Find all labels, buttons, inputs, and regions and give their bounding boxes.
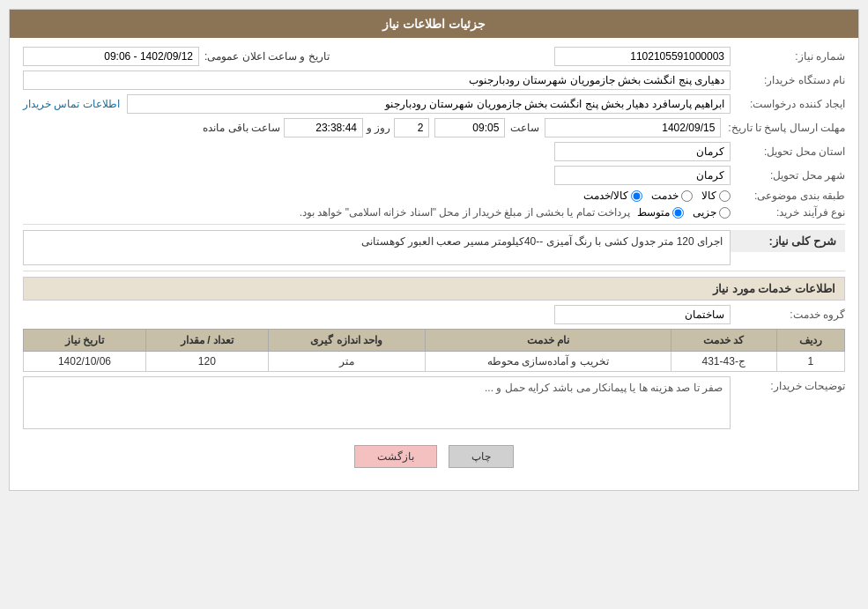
- category-radio-goods[interactable]: [719, 190, 731, 202]
- process-radio-group: جزیی متوسط: [637, 206, 731, 219]
- cell-code: ج-43-431: [671, 352, 776, 372]
- col-row-num: ردیف: [776, 330, 844, 352]
- deadline-row: مهلت ارسال پاسخ تا تاریخ: 1402/09/15 ساع…: [23, 118, 845, 137]
- process-description: پرداخت تمام یا بخشی از مبلغ خریدار از مح…: [300, 206, 630, 219]
- province-label: استان محل تحویل:: [731, 145, 845, 158]
- buyer-org-value: دهیاری پنج انگشت بخش جازموریان شهرستان ر…: [23, 71, 731, 90]
- button-row: چاپ بازگشت: [23, 436, 845, 481]
- services-table: ردیف کد خدمت نام خدمت واحد اندازه گیری ت…: [23, 329, 845, 372]
- process-label: نوع فرآیند خرید:: [731, 206, 845, 219]
- category-option-both: کالا/خدمت: [583, 189, 642, 202]
- category-option-goods: کالا: [701, 189, 731, 202]
- buyer-org-row: نام دستگاه خریدار: دهیاری پنج انگشت بخش …: [23, 71, 845, 90]
- requester-link[interactable]: اطلاعات تماس خریدار: [23, 98, 120, 110]
- category-radio-service[interactable]: [681, 190, 693, 202]
- category-radio-both[interactable]: [631, 190, 642, 202]
- service-group-value: ساختمان: [554, 305, 731, 324]
- col-date: تاریخ نیاز: [24, 330, 146, 352]
- col-service-code: کد خدمت: [671, 330, 776, 352]
- requester-value: ابراهیم پارسافرد دهیار بخش پنج انگشت بخش…: [127, 94, 731, 114]
- cell-unit: متر: [268, 352, 425, 372]
- announcement-value: 1402/09/12 - 09:06: [23, 47, 199, 66]
- category-label: طبقه بندی موضوعی:: [731, 189, 845, 202]
- cell-date: 1402/10/06: [24, 352, 146, 372]
- remaining-label: ساعت باقی مانده: [203, 122, 280, 134]
- table-row: 1ج-43-431تخریب و آماده‌سازی محوطهمتر1201…: [24, 352, 845, 372]
- time-label: ساعت: [510, 122, 539, 134]
- deadline-label: مهلت ارسال پاسخ تا تاریخ:: [721, 122, 845, 134]
- page-container: جزئیات اطلاعات نیاز شماره نیاز: 11021055…: [9, 9, 859, 491]
- buyer-desc-label: توضیحات خریدار:: [731, 376, 845, 392]
- province-row: استان محل تحویل: کرمان: [23, 142, 845, 161]
- deadline-remaining-value: 23:38:44: [284, 118, 363, 137]
- service-group-row: گروه خدمت: ساختمان: [23, 305, 845, 324]
- cell-quantity: 120: [145, 352, 268, 372]
- col-service-name: نام خدمت: [425, 330, 671, 352]
- process-option-medium: متوسط: [637, 206, 684, 219]
- need-number-value: 1102105591000003: [554, 47, 731, 66]
- page-title: جزئیات اطلاعات نیاز: [10, 10, 858, 38]
- category-option-both-label: کالا/خدمت: [583, 189, 628, 202]
- process-radio-medium[interactable]: [672, 207, 684, 219]
- buyer-desc-row: توضیحات خریدار: صفر تا صد هزینه ها یا پی…: [23, 376, 845, 429]
- divider-2: [23, 271, 845, 271]
- deadline-time-value: 09:05: [434, 118, 505, 137]
- process-option-partial: جزیی: [693, 206, 731, 219]
- category-option-service-label: خدمت: [651, 189, 679, 202]
- cell-row: 1: [776, 352, 844, 372]
- city-label: شهر محل تحویل:: [731, 169, 845, 182]
- col-quantity: تعداد / مقدار: [145, 330, 268, 352]
- category-option-service: خدمت: [651, 189, 693, 202]
- process-radio-partial[interactable]: [719, 207, 731, 219]
- category-row: طبقه بندی موضوعی: کالا خدمت کالا/خدمت: [23, 189, 845, 202]
- category-radio-group: کالا خدمت کالا/خدمت: [583, 189, 731, 202]
- process-row: نوع فرآیند خرید: جزیی متوسط پرداخت تمام …: [23, 206, 845, 219]
- requester-label: ایجاد کننده درخواست:: [731, 98, 845, 110]
- process-medium-label: متوسط: [637, 206, 670, 219]
- deadline-days-value: 2: [394, 118, 429, 137]
- buyer-org-label: نام دستگاه خریدار:: [731, 74, 845, 86]
- service-info-title: اطلاعات خدمات مورد نیاز: [23, 277, 845, 301]
- deadline-date-value: 1402/09/15: [545, 118, 721, 137]
- cell-name: تخریب و آماده‌سازی محوطه: [425, 352, 671, 372]
- city-row: شهر محل تحویل: کرمان: [23, 166, 845, 185]
- col-unit: واحد اندازه گیری: [268, 330, 425, 352]
- divider-1: [23, 224, 845, 225]
- process-partial-label: جزیی: [693, 206, 716, 219]
- days-label: روز و: [367, 122, 390, 134]
- province-value: کرمان: [554, 142, 731, 161]
- buyer-desc-value: صفر تا صد هزینه ها یا پیمانکار می باشد ک…: [23, 376, 731, 429]
- announcement-label: تاریخ و ساعت اعلان عمومی:: [204, 50, 330, 63]
- service-group-label: گروه خدمت:: [731, 308, 845, 321]
- need-desc-value: اجرای 120 متر جدول کشی با رنگ آمیزی --40…: [23, 230, 731, 265]
- back-button[interactable]: بازگشت: [354, 445, 437, 468]
- need-desc-row: شرح کلی نیاز: اجرای 120 متر جدول کشی با …: [23, 230, 845, 265]
- need-number-row: شماره نیاز: 1102105591000003 تاریخ و ساع…: [23, 47, 845, 66]
- need-number-label: شماره نیاز:: [731, 50, 845, 63]
- need-desc-section-label: شرح کلی نیاز:: [731, 230, 845, 252]
- content-area: شماره نیاز: 1102105591000003 تاریخ و ساع…: [10, 38, 858, 490]
- category-option-goods-label: کالا: [701, 189, 716, 202]
- requester-row: ایجاد کننده درخواست: ابراهیم پارسافرد ده…: [23, 94, 845, 114]
- print-button[interactable]: چاپ: [449, 445, 514, 468]
- city-value: کرمان: [554, 166, 731, 185]
